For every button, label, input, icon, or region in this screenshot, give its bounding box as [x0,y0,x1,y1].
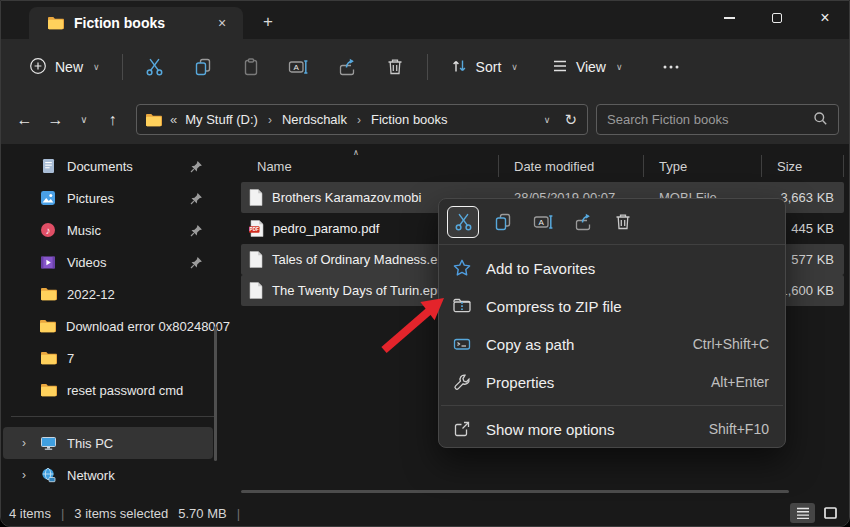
folder-icon [39,383,57,397]
pin-icon [190,256,203,269]
column-header-label: Type [659,159,687,174]
column-header-size[interactable]: Size [761,152,844,180]
tab-bar: Fiction books × + × [1,1,849,39]
sidebar-item-2022-12[interactable]: 2022-12 [3,278,213,310]
column-header-name[interactable]: Name∧ [241,152,498,180]
tab-close-icon[interactable]: × [211,12,233,34]
back-button[interactable]: ← [9,105,40,135]
toolbar-divider [122,54,123,80]
sidebar-item-music[interactable]: ♪Music [3,214,213,246]
sidebar-item-label: Documents [67,159,133,174]
pin-icon [190,224,203,237]
music-icon: ♪ [39,222,57,238]
sidebar-item-reset-password-cmd[interactable]: reset password cmd [3,374,213,406]
copy-button[interactable] [183,50,223,84]
sidebar-item-download-error-0x80248007[interactable]: Download error 0x80248007 [3,310,213,342]
context-copy-button[interactable] [487,206,519,238]
context-delete-button[interactable] [607,206,639,238]
view-button[interactable]: View ∨ [542,53,633,82]
context-share-button[interactable] [567,206,599,238]
minimize-button[interactable] [705,1,753,35]
view-button-label: View [576,59,606,75]
details-view-button[interactable] [790,503,815,523]
sidebar-item-network[interactable]: ›Network [3,459,213,491]
horizontal-scrollbar[interactable] [241,490,789,493]
breadcrumb-item-my-stuff-d[interactable]: My Stuff (D:) [181,110,262,129]
sidebar-item-documents[interactable]: Documents [3,150,213,182]
star-icon [451,258,473,278]
forward-button[interactable]: → [40,105,71,135]
file-name: Tales of Ordinary Madness.epub [272,252,459,267]
red-annotation-arrow [373,289,453,359]
selection-size: 5.70 MB [178,506,226,521]
sort-ascending-icon: ∧ [353,148,359,157]
column-header-date-modified[interactable]: Date modified [498,152,643,180]
chevron-right-icon[interactable]: › [9,436,39,450]
sort-button-label: Sort [476,59,502,75]
context-rename-button[interactable]: A [527,206,559,238]
sidebar-item-label: This PC [67,436,113,451]
menu-item-add-to-favorites[interactable]: Add to Favorites [439,249,785,287]
menu-item-copy-as-path[interactable]: Copy as pathCtrl+Shift+C [439,325,785,363]
new-tab-button[interactable]: + [263,13,273,30]
sidebar-item-label: Download error 0x80248007 [66,319,230,334]
menu-item-properties[interactable]: PropertiesAlt+Enter [439,363,785,401]
file-name: Brothers Karamazov.mobi [272,190,421,205]
share-button[interactable] [327,50,367,84]
rename-icon: A [288,57,309,77]
sidebar-item-pictures[interactable]: Pictures [3,182,213,214]
menu-item-label: Compress to ZIP file [486,298,769,315]
sidebar-item-this-pc[interactable]: ›This PC [3,427,213,459]
search-box[interactable] [596,104,839,135]
more-options-button[interactable] [651,50,691,84]
path-icon [451,334,473,354]
file-explorer-window: Fiction books × + × New ∨ A Sort ∨ View … [0,0,850,527]
new-button[interactable]: New ∨ [19,51,110,84]
folder-icon [47,16,64,30]
share-icon [337,57,357,77]
menu-item-shortcut: Ctrl+Shift+C [693,336,769,352]
status-divider: | [237,506,240,521]
breadcrumb-item-fiction-books[interactable]: Fiction books [367,110,452,129]
sidebar-item-label: Network [67,468,115,483]
breadcrumb-overflow[interactable]: « [170,112,177,127]
window-controls: × [705,1,849,39]
tab-fiction-books[interactable]: Fiction books × [29,7,243,39]
address-dropdown-chevron-icon[interactable]: ∨ [530,115,565,125]
status-bar: 4 items | 3 items selected 5.70 MB | [1,501,849,526]
menu-item-show-more-options[interactable]: Show more optionsShift+F10 [439,410,785,448]
cut-button[interactable] [135,50,175,84]
sidebar-item-videos[interactable]: Videos [3,246,213,278]
search-input[interactable] [607,112,813,127]
maximize-button[interactable] [753,1,801,35]
column-header-type[interactable]: Type [643,152,761,180]
cut-icon [453,212,474,232]
context-cut-button[interactable] [447,206,479,238]
recent-locations-chevron-icon[interactable]: ∨ [71,105,97,135]
network-icon [39,467,57,483]
sort-button[interactable]: Sort ∨ [440,51,528,84]
cut-icon [144,57,165,77]
menu-item-compress-to-zip-file[interactable]: Compress to ZIP file [439,287,785,325]
command-bar: New ∨ A Sort ∨ View ∨ [1,39,849,95]
refresh-icon[interactable]: ↻ [564,111,579,129]
breadcrumb-item-nerdschalk[interactable]: Nerdschalk [278,110,351,129]
column-header-label: Date modified [514,159,594,174]
svg-text:♪: ♪ [46,225,51,236]
delete-button[interactable] [375,50,415,84]
delete-icon [385,57,405,77]
up-button[interactable]: ↑ [97,105,128,135]
rename-button[interactable]: A [279,50,319,84]
breadcrumb[interactable]: « My Stuff (D:)›Nerdschalk›Fiction books… [136,104,588,135]
pdf-file-icon: PDF [249,220,264,237]
close-button[interactable]: × [801,1,849,35]
sidebar-item-label: 2022-12 [67,287,115,302]
paste-button[interactable] [231,50,271,84]
external-icon [451,420,473,438]
chevron-right-icon[interactable]: › [9,468,39,482]
sidebar-item-7[interactable]: 7 [3,342,213,374]
chevron-down-icon: ∨ [511,62,518,72]
sidebar-scrollbar[interactable] [214,326,217,461]
large-icons-view-button[interactable] [818,503,843,523]
sidebar-item-label: Pictures [67,191,114,206]
